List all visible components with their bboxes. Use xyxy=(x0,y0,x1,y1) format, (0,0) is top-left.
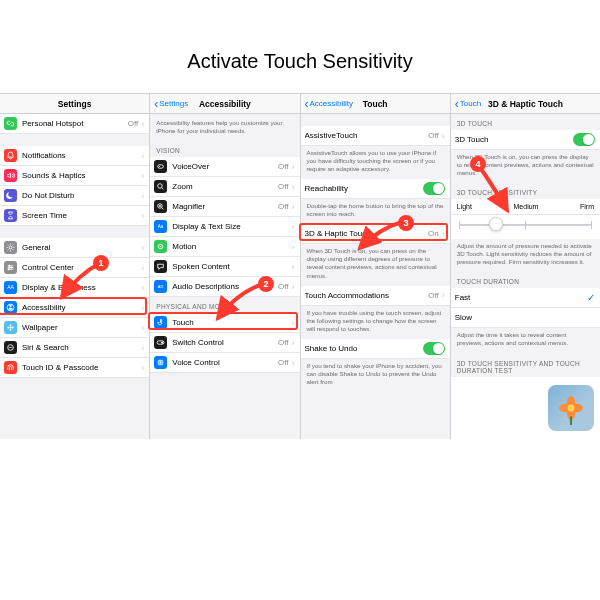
label: VoiceOver xyxy=(172,162,278,171)
row-voiceover[interactable]: VoiceOverOff› xyxy=(150,157,299,177)
chevron-right-icon: › xyxy=(292,338,295,348)
voiceover-icon xyxy=(154,160,167,173)
back-button[interactable]: Settings xyxy=(154,99,188,108)
footer: Adjust the time it takes to reveal conte… xyxy=(451,328,600,353)
svg-point-3 xyxy=(8,268,9,269)
row-display-brightness[interactable]: AADisplay & Brightness› xyxy=(0,278,149,298)
row-personal-hotspot[interactable]: Personal HotspotOff› xyxy=(0,114,149,134)
row-accessibility[interactable]: Accessibility› xyxy=(0,298,149,318)
motor-list: Touch›Switch ControlOff›Voice ControlOff… xyxy=(150,313,299,373)
zoom-icon xyxy=(154,180,167,193)
value: Off xyxy=(278,182,289,191)
chevron-right-icon: › xyxy=(141,171,144,181)
row-touch-id-passcode[interactable]: Touch ID & Passcode› xyxy=(0,358,149,378)
svg-point-2 xyxy=(11,267,12,268)
row-fast[interactable]: Fast ✓ xyxy=(451,288,600,308)
section-header-duration: TOUCH DURATION xyxy=(451,272,600,288)
row-motion[interactable]: Motion› xyxy=(150,237,299,257)
chevron-right-icon: › xyxy=(141,283,144,293)
bell-icon xyxy=(4,149,17,162)
step-badge-4: 4 xyxy=(470,156,486,172)
svg-point-9 xyxy=(10,329,12,331)
chevron-right-icon: › xyxy=(141,151,144,161)
navbar: Settings Accessibility xyxy=(150,94,299,114)
label: Spoken Content xyxy=(172,262,291,271)
footer: If you have trouble using the touch scre… xyxy=(301,306,450,339)
row-shake-to-undo[interactable]: Shake to Undo xyxy=(301,339,450,359)
svg-text:Aa: Aa xyxy=(158,224,164,229)
section-header-3dtouch: 3D TOUCH xyxy=(451,114,600,130)
value: Off xyxy=(128,119,139,128)
label: Shake to Undo xyxy=(305,344,423,353)
value: Off xyxy=(428,291,439,300)
row-wallpaper[interactable]: Wallpaper› xyxy=(0,318,149,338)
row-assistivetouch[interactable]: AssistiveTouch Off › xyxy=(301,126,450,146)
svg-point-19 xyxy=(160,246,162,248)
row-reachability[interactable]: Reachability xyxy=(301,179,450,199)
section-header-test: 3D TOUCH SENSITIVITY AND TOUCH DURATION … xyxy=(451,354,600,377)
svg-text:AD: AD xyxy=(158,284,164,289)
sun-icon: AA xyxy=(4,281,17,294)
svg-point-8 xyxy=(10,324,12,326)
row-touch[interactable]: Touch› xyxy=(150,313,299,333)
row-3d-touch-toggle[interactable]: 3D Touch xyxy=(451,130,600,150)
back-button[interactable]: Touch xyxy=(455,99,481,108)
label: Accessibility xyxy=(22,303,141,312)
row-screen-time[interactable]: Screen Time› xyxy=(0,206,149,226)
value: Off xyxy=(428,131,439,140)
row-siri-search[interactable]: Siri & Search› xyxy=(0,338,149,358)
chevron-right-icon: › xyxy=(141,303,144,313)
row-display-text-size[interactable]: AaDisplay & Text Size› xyxy=(150,217,299,237)
toggle-reachability[interactable] xyxy=(423,182,445,195)
flower-icon xyxy=(4,321,17,334)
label: Slow xyxy=(455,313,595,322)
step-badge-2: 2 xyxy=(258,276,274,292)
chevron-right-icon: › xyxy=(292,358,295,368)
footer: Double-tap the home button to bring the … xyxy=(301,199,450,224)
sensitivity-labels: Light Medium Firm xyxy=(451,199,600,215)
label: Reachability xyxy=(305,184,423,193)
label: Personal Hotspot xyxy=(22,119,128,128)
label-firm: Firm xyxy=(580,203,594,210)
row-magnifier[interactable]: MagnifierOff› xyxy=(150,197,299,217)
textsize-icon: Aa xyxy=(154,220,167,233)
row-sounds-haptics[interactable]: Sounds & Haptics› xyxy=(0,166,149,186)
row-audio-descriptions[interactable]: ADAudio DescriptionsOff› xyxy=(150,277,299,297)
label-medium: Medium xyxy=(514,203,539,210)
label: Voice Control xyxy=(172,358,278,367)
footer: AssistiveTouch allows you to use your iP… xyxy=(301,146,450,179)
row-general[interactable]: General› xyxy=(0,238,149,258)
chevron-right-icon: › xyxy=(292,222,295,232)
back-button[interactable]: Accessibility xyxy=(305,99,354,108)
pane-settings: Settings Personal HotspotOff›Notificatio… xyxy=(0,94,150,439)
nav-title: 3D & Haptic Touch xyxy=(488,99,563,109)
row-notifications[interactable]: Notifications› xyxy=(0,146,149,166)
row-do-not-disturb[interactable]: Do Not Disturb› xyxy=(0,186,149,206)
svg-rect-13 xyxy=(158,165,164,168)
chevron-right-icon: › xyxy=(292,282,295,292)
toggle-shake-to-undo[interactable] xyxy=(423,342,445,355)
chevron-right-icon: › xyxy=(442,229,445,239)
step-badge-3: 3 xyxy=(398,215,414,231)
chevron-right-icon: › xyxy=(141,323,144,333)
row-spoken-content[interactable]: Spoken Content› xyxy=(150,257,299,277)
row-slow[interactable]: Slow xyxy=(451,308,600,328)
row-control-center[interactable]: Control Center› xyxy=(0,258,149,278)
row-touch-accommodations[interactable]: Touch Accommodations Off › xyxy=(301,286,450,306)
label: Touch ID & Passcode xyxy=(22,363,141,372)
toggle-3d-touch[interactable] xyxy=(573,133,595,146)
speaker-icon xyxy=(4,169,17,182)
label-light: Light xyxy=(457,203,472,210)
slider-knob[interactable] xyxy=(489,217,503,231)
row-switch-control[interactable]: Switch ControlOff› xyxy=(150,333,299,353)
voice-icon xyxy=(154,356,167,369)
row-zoom[interactable]: ZoomOff› xyxy=(150,177,299,197)
label: Do Not Disturb xyxy=(22,191,141,200)
svg-point-7 xyxy=(9,326,11,328)
row-voice-control[interactable]: Voice ControlOff› xyxy=(150,353,299,373)
chevron-right-icon: › xyxy=(141,363,144,373)
ad-icon: AD xyxy=(154,280,167,293)
test-image[interactable] xyxy=(548,385,594,431)
sensitivity-slider[interactable] xyxy=(451,215,600,239)
row-3d-haptic-touch[interactable]: 3D & Haptic Touch On › xyxy=(301,224,450,244)
